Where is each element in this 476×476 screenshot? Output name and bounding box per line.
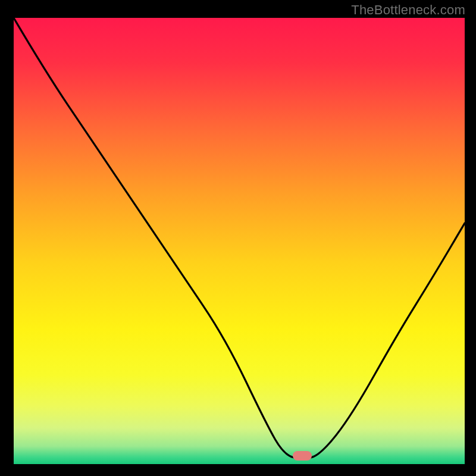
optimum-marker	[293, 451, 312, 461]
bottleneck-curve	[14, 18, 465, 464]
chart-frame: TheBottleneck.com	[0, 0, 476, 476]
plot-area	[14, 18, 465, 464]
watermark-label: TheBottleneck.com	[351, 2, 465, 18]
